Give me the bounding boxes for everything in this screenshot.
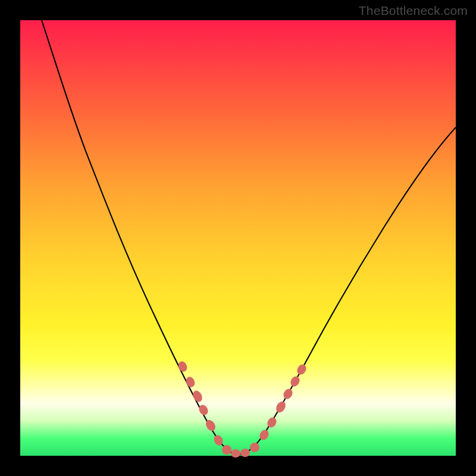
curve-marker bbox=[295, 363, 308, 377]
curve-marker bbox=[231, 449, 240, 458]
curve-marker bbox=[240, 449, 250, 457]
chart-stage: TheBottleneck.com bbox=[0, 0, 476, 476]
curve-marker bbox=[184, 375, 196, 389]
curve-marker bbox=[265, 416, 278, 430]
curve-marker bbox=[289, 375, 301, 389]
curve-marker bbox=[281, 387, 294, 401]
watermark-text: TheBottleneck.com bbox=[359, 4, 468, 18]
curve-layer bbox=[20, 20, 456, 456]
marker-group bbox=[177, 360, 308, 458]
bottleneck-curve bbox=[42, 20, 456, 455]
curve-marker bbox=[250, 443, 259, 452]
curve-marker bbox=[222, 445, 231, 455]
curve-marker bbox=[191, 389, 204, 403]
curve-marker bbox=[274, 400, 287, 414]
curve-marker bbox=[177, 360, 189, 373]
plot-area bbox=[20, 20, 456, 456]
